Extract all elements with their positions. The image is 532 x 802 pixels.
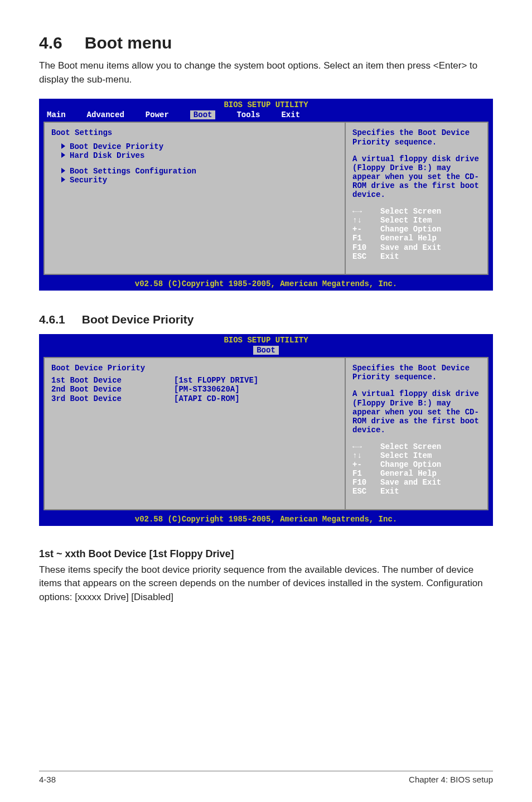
bios-right-panel: Specifies the Boot Device Priority seque… bbox=[345, 357, 489, 510]
nav-key-f1: F1 bbox=[352, 234, 380, 243]
document-page: 4.6Boot menu The Boot menu items allow y… bbox=[0, 0, 532, 802]
bios-menu-power[interactable]: Power bbox=[146, 110, 169, 119]
bios-menu-exit[interactable]: Exit bbox=[281, 110, 300, 119]
nav-key-f10: F10 bbox=[352, 478, 380, 487]
bios-device-row-1[interactable]: 1st Boot Device [1st FLOPPY DRIVE] bbox=[51, 376, 338, 385]
bios-menubar: Boot bbox=[39, 346, 493, 357]
bios-item-label: Boot Settings Configuration bbox=[70, 167, 196, 176]
bios-device-row-3[interactable]: 3rd Boot Device [ATAPI CD-ROM] bbox=[51, 394, 338, 403]
subsection-number: 4.6.1 bbox=[39, 313, 65, 326]
bios-menu-advanced[interactable]: Advanced bbox=[87, 110, 124, 119]
bios-device-value: [1st FLOPPY DRIVE] bbox=[174, 376, 258, 385]
bios-left-panel: Boot Device Priority 1st Boot Device [1s… bbox=[43, 357, 345, 510]
nav-label-change-option: Change Option bbox=[380, 460, 441, 469]
nav-key-ud: ↑↓ bbox=[352, 216, 380, 225]
triangle-icon bbox=[61, 143, 65, 149]
bios-item-security[interactable]: Security bbox=[61, 176, 338, 185]
nav-key-ud: ↑↓ bbox=[352, 451, 380, 460]
nav-label-save-exit: Save and Exit bbox=[380, 478, 441, 487]
nav-label-general-help: General Help bbox=[380, 469, 437, 478]
bios-item-boot-device-priority[interactable]: Boot Device Priority bbox=[61, 142, 338, 151]
subsection-title: Boot Device Priority bbox=[82, 313, 194, 326]
bios-left-heading: Boot Device Priority bbox=[51, 364, 338, 373]
item-heading: 1st ~ xxth Boot Device [1st Floppy Drive… bbox=[39, 548, 493, 560]
bios-boot-device-priority-window: BIOS SETUP UTILITY Boot Boot Device Prio… bbox=[39, 334, 493, 526]
triangle-icon bbox=[61, 177, 65, 182]
bios-help-desc2: A virtual floppy disk drive (Floppy Driv… bbox=[352, 389, 481, 434]
bios-help-desc2: A virtual floppy disk drive (Floppy Driv… bbox=[352, 154, 481, 199]
page-footer: 4-38 Chapter 4: BIOS setup bbox=[39, 771, 493, 784]
nav-label-select-screen: Select Screen bbox=[380, 442, 441, 451]
section-title: Boot menu bbox=[85, 33, 172, 52]
nav-label-change-option: Change Option bbox=[380, 225, 441, 234]
bios-copyright-footer: v02.58 (C)Copyright 1985-2005, American … bbox=[39, 514, 493, 526]
bios-menu-boot[interactable]: Boot bbox=[253, 346, 279, 355]
bios-item-label: Boot Device Priority bbox=[70, 142, 163, 151]
bios-item-hard-disk-drives[interactable]: Hard Disk Drives bbox=[61, 151, 338, 160]
bios-navigation-help: ←→Select Screen ↑↓Select Item +-Change O… bbox=[352, 207, 481, 261]
bios-menu-tools[interactable]: Tools bbox=[236, 110, 260, 119]
section-heading: 4.6Boot menu bbox=[39, 33, 493, 52]
bios-device-label: 3rd Boot Device bbox=[51, 394, 174, 403]
nav-key-f10: F10 bbox=[352, 243, 380, 252]
nav-label-select-screen: Select Screen bbox=[380, 207, 441, 216]
bios-device-label: 1st Boot Device bbox=[51, 376, 174, 385]
bios-copyright-footer: v02.58 (C)Copyright 1985-2005, American … bbox=[39, 278, 493, 291]
triangle-icon bbox=[61, 152, 65, 158]
nav-key-f1: F1 bbox=[352, 469, 380, 478]
bios-left-heading: Boot Settings bbox=[51, 128, 338, 137]
bios-device-label: 2nd Boot Device bbox=[51, 385, 174, 394]
bios-device-row-2[interactable]: 2nd Boot Device [PM-ST330620A] bbox=[51, 385, 338, 394]
chapter-label: Chapter 4: BIOS setup bbox=[409, 775, 493, 784]
bios-device-value: [ATAPI CD-ROM] bbox=[174, 394, 240, 403]
nav-key-pm: +- bbox=[352, 225, 380, 234]
bios-left-panel: Boot Settings Boot Device Priority Hard … bbox=[43, 122, 345, 274]
subsection-heading: 4.6.1Boot Device Priority bbox=[39, 313, 493, 326]
nav-key-lr: ←→ bbox=[352, 207, 380, 216]
nav-label-select-item: Select Item bbox=[380, 216, 432, 225]
bios-right-panel: Specifies the Boot Device Priority seque… bbox=[345, 122, 489, 274]
bios-menu-main[interactable]: Main bbox=[47, 110, 66, 119]
nav-label-general-help: General Help bbox=[380, 234, 437, 243]
page-number: 4-38 bbox=[39, 775, 56, 784]
bios-titlebar: BIOS SETUP UTILITY bbox=[39, 334, 493, 346]
bios-help-desc1: Specifies the Boot Device Priority seque… bbox=[352, 364, 481, 381]
bios-item-boot-settings-configuration[interactable]: Boot Settings Configuration bbox=[61, 167, 338, 176]
bios-titlebar: BIOS SETUP UTILITY bbox=[39, 99, 493, 110]
nav-label-exit: Exit bbox=[380, 252, 399, 261]
nav-label-save-exit: Save and Exit bbox=[380, 243, 441, 252]
nav-key-esc: ESC bbox=[352, 487, 380, 496]
bios-device-value: [PM-ST330620A] bbox=[174, 385, 240, 394]
bios-help-desc1: Specifies the Boot Device Priority seque… bbox=[352, 128, 481, 146]
item-body: These items specify the boot device prio… bbox=[39, 563, 493, 605]
bios-menubar: Main Advanced Power Boot Tools Exit bbox=[39, 110, 493, 122]
nav-key-pm: +- bbox=[352, 460, 380, 469]
bios-item-label: Hard Disk Drives bbox=[70, 151, 144, 160]
nav-key-esc: ESC bbox=[352, 252, 380, 261]
section-intro: The Boot menu items allow you to change … bbox=[39, 59, 493, 86]
bios-item-label: Security bbox=[70, 176, 107, 185]
nav-key-lr: ←→ bbox=[352, 442, 380, 451]
bios-boot-settings-window: BIOS SETUP UTILITY Main Advanced Power B… bbox=[39, 99, 493, 291]
section-number: 4.6 bbox=[39, 33, 62, 52]
nav-label-exit: Exit bbox=[380, 487, 399, 496]
bios-navigation-help: ←→Select Screen ↑↓Select Item +-Change O… bbox=[352, 442, 481, 496]
triangle-icon bbox=[61, 168, 65, 173]
bios-menu-boot[interactable]: Boot bbox=[190, 110, 216, 119]
nav-label-select-item: Select Item bbox=[380, 451, 432, 460]
